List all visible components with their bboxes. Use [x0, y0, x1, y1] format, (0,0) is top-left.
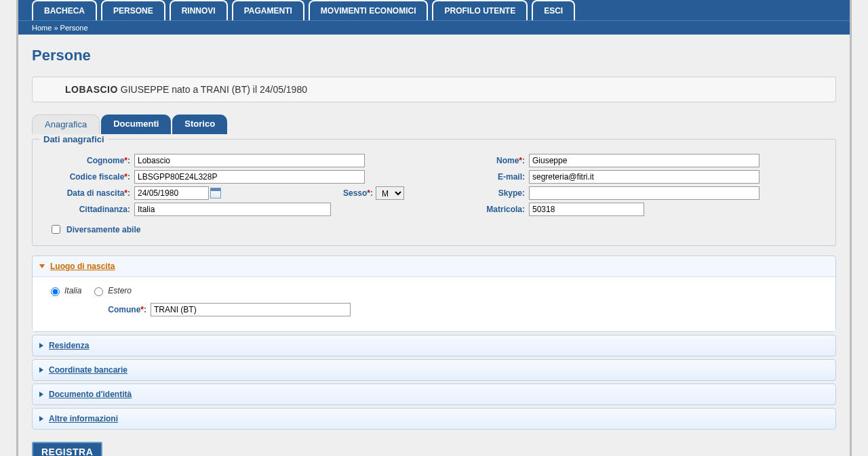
nav-tab-profilo[interactable]: PROFILO UTENTE: [432, 0, 528, 20]
nav-tab-persone[interactable]: PERSONE: [101, 0, 165, 20]
diversamente-abile-checkbox[interactable]: [52, 225, 60, 234]
form-tabs: Anagrafica Documenti Storico: [32, 115, 836, 134]
nav-tab-movimenti[interactable]: MOVIMENTI ECONOMICI: [309, 0, 429, 20]
calendar-icon[interactable]: [210, 188, 221, 199]
radio-italia[interactable]: [51, 287, 60, 296]
accordion-luogo-nascita: Luogo di nascita Italia Estero Comune*:: [32, 255, 836, 332]
chevron-right-icon: [39, 416, 43, 421]
email-input[interactable]: [529, 170, 760, 184]
skype-input[interactable]: [529, 186, 760, 200]
accordion-coordinate-bancarie: Coordinate bancarie: [32, 359, 836, 381]
tab-anagrafica[interactable]: Anagrafica: [32, 115, 100, 134]
nav-tab-pagamenti[interactable]: PAGAMENTI: [232, 0, 304, 20]
breadcrumb: Home » Persone: [18, 20, 850, 35]
accordion-altre-informazioni: Altre informazioni: [32, 408, 836, 430]
fieldset-dati-anagrafici: Dati anagrafici Cognome*: Codice fiscale…: [32, 134, 836, 246]
accordion-header-coordinate[interactable]: Coordinate bancarie: [33, 360, 835, 380]
breadcrumb-current: Persone: [60, 24, 88, 32]
chevron-down-icon: [39, 264, 45, 268]
person-summary: LOBASCIO GIUSEPPE nato a TRANI (BT) il 2…: [32, 77, 836, 102]
nav-tab-bacheca[interactable]: BACHECA: [32, 0, 97, 20]
sesso-select[interactable]: M: [376, 186, 404, 200]
nome-input[interactable]: [529, 154, 760, 167]
accordion-header-residenza[interactable]: Residenza: [33, 335, 835, 356]
nav-tab-rinnovi[interactable]: RINNOVI: [170, 0, 228, 20]
comune-input[interactable]: [151, 303, 351, 316]
radio-italia-label: Italia: [64, 286, 81, 295]
person-surname: LOBASCIO: [65, 84, 118, 95]
chevron-right-icon: [39, 392, 43, 397]
chevron-right-icon: [39, 343, 43, 348]
accordion-documento-identita: Documento d'identità: [32, 384, 836, 405]
chevron-right-icon: [39, 367, 43, 373]
accordion-header-luogo[interactable]: Luogo di nascita: [33, 256, 835, 276]
cognome-input[interactable]: [134, 154, 365, 167]
codice-fiscale-input[interactable]: [134, 170, 365, 184]
page-title: Persone: [32, 47, 836, 64]
fieldset-legend: Dati anagrafici: [39, 134, 108, 144]
cittadinanza-input[interactable]: [134, 203, 331, 216]
accordion-header-altre[interactable]: Altre informazioni: [33, 409, 835, 429]
tab-documenti[interactable]: Documenti: [101, 115, 171, 134]
data-nascita-input[interactable]: [134, 186, 209, 200]
tab-storico[interactable]: Storico: [172, 115, 227, 134]
top-nav: BACHECA PERSONE RINNOVI PAGAMENTI MOVIME…: [18, 0, 850, 20]
accordion-residenza: Residenza: [32, 335, 836, 356]
person-rest: GIUSEPPE nato a TRANI (BT) il 24/05/1980: [118, 84, 307, 95]
matricola-input[interactable]: [529, 203, 644, 216]
breadcrumb-home[interactable]: Home: [32, 24, 52, 32]
registra-button[interactable]: REGISTRA: [32, 442, 102, 456]
radio-estero-label: Estero: [108, 286, 132, 295]
diversamente-abile-label: Diversamente abile: [66, 225, 140, 234]
radio-estero[interactable]: [94, 287, 103, 296]
accordion-header-documento[interactable]: Documento d'identità: [33, 384, 835, 405]
nav-tab-esci[interactable]: ESCI: [532, 0, 575, 20]
